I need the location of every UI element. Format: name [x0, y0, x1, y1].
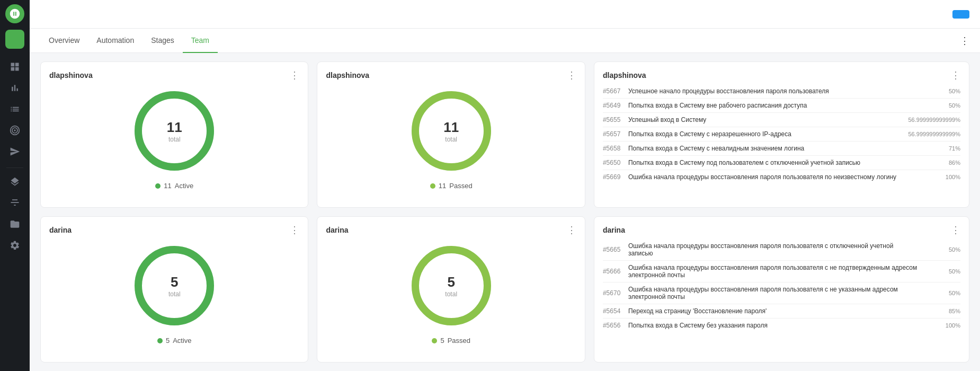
legend-count: 11: [164, 182, 171, 190]
list-item: #5670 Ошибка начала процедуры восстановл…: [603, 282, 960, 304]
list-item: #5655 Успешный вход в Систему 56.9999999…: [603, 113, 960, 127]
sidebar-icon-chart[interactable]: [5, 78, 24, 98]
donut-number: 11: [443, 119, 459, 136]
donut-center: 5 total: [168, 274, 181, 298]
list-item-text: Попытка входа в Систему вне рабочего рас…: [628, 102, 919, 109]
legend-count: 5: [166, 337, 170, 344]
donut-legend: 11 Passed: [430, 182, 473, 190]
sidebar-icon-folder[interactable]: [5, 215, 24, 234]
list-item-id: #5650: [603, 159, 624, 166]
card-menu-icon[interactable]: ⋮: [290, 225, 299, 235]
sidebar-icon-sliders[interactable]: [5, 193, 24, 213]
donut-sublabel: total: [445, 290, 457, 298]
card-darina-list: darina ⋮ #5665 Ошибка начала процедуры в…: [594, 216, 969, 363]
legend-count: 5: [440, 337, 444, 344]
donut-center: 11 total: [167, 119, 182, 143]
donut-container: 5 total 5 Passed: [326, 239, 576, 354]
list-item-pct: 56.999999999999%: [908, 117, 960, 123]
list-item: #5656 Попытка входа в Систему без указан…: [603, 319, 960, 332]
sidebar-icon-layers[interactable]: [5, 172, 24, 191]
list-item-pct: 50%: [923, 102, 960, 109]
legend-count: 11: [439, 182, 446, 190]
list-item-text: Ошибка начала процедуры восстановления п…: [628, 173, 919, 181]
list-item-id: #5654: [603, 307, 624, 315]
list-item: #5666 Ошибка начала процедуры восстановл…: [603, 261, 960, 282]
card-dlapshinova-list: dlapshinova ⋮ #5667 Успешное начало проц…: [594, 61, 969, 208]
list-item-pct: 56.999999999999%: [908, 131, 960, 137]
app-logo[interactable]: [5, 4, 24, 23]
card-menu-icon[interactable]: ⋮: [290, 70, 299, 80]
card-menu-icon[interactable]: ⋮: [951, 225, 960, 235]
donut-number: 11: [167, 119, 182, 136]
list-item-id: #5665: [603, 246, 624, 253]
legend-label: Active: [175, 182, 193, 190]
list-item-id: #5669: [603, 173, 624, 181]
list-item-text: Попытка входа в Систему с неразрешенного…: [628, 130, 904, 138]
sidebar-icon-dashboard[interactable]: [5, 57, 24, 76]
new-dashboard-button[interactable]: [952, 10, 969, 19]
topbar: [30, 0, 980, 29]
tab-overview[interactable]: Overview: [40, 29, 88, 53]
donut-container: 5 total 5 Active: [49, 239, 299, 354]
list-item-id: #5670: [603, 289, 624, 297]
list-item: #5650 Попытка входа в Систему под пользо…: [603, 156, 960, 170]
card-menu-icon[interactable]: ⋮: [567, 225, 576, 235]
main-area: Overview Automation Stages Team ⋮ dlapsh…: [30, 0, 980, 371]
list-item-text: Ошибка начала процедуры восстановления п…: [628, 286, 919, 301]
list-items: #5667 Успешное начало процедуры восстано…: [603, 84, 960, 199]
tab-stages[interactable]: Stages: [142, 29, 183, 53]
list-item-id: #5657: [603, 130, 624, 138]
list-item: #5654 Переход на страницу 'Восстановлени…: [603, 304, 960, 319]
list-item-id: #5667: [603, 87, 624, 95]
list-item: #5657 Попытка входа в Систему с неразреш…: [603, 127, 960, 142]
list-item-text: Ошибка начала процедуры восстановления п…: [628, 264, 919, 279]
card-title: dlapshinova: [603, 71, 646, 80]
list-item-pct: 100%: [923, 322, 960, 329]
card-menu-icon[interactable]: ⋮: [567, 70, 576, 80]
list-item-pct: 86%: [923, 160, 960, 166]
sidebar-icon-target[interactable]: [5, 121, 24, 140]
sidebar-icon-settings[interactable]: [5, 236, 24, 255]
donut-sublabel: total: [167, 136, 182, 143]
sidebar-icon-send[interactable]: [5, 142, 24, 161]
tabs-more-icon[interactable]: ⋮: [960, 35, 969, 47]
list-item-pct: 50%: [923, 290, 960, 296]
content-area: dlapshinova ⋮ 11 total 11 Active: [30, 53, 980, 371]
list-item-id: #5666: [603, 268, 624, 275]
list-item-text: Ошибка начала процедуры восстановления п…: [628, 242, 919, 257]
svg-point-2: [14, 129, 15, 131]
list-item-pct: 50%: [923, 246, 960, 253]
card-title: darina: [603, 226, 625, 234]
tab-automation[interactable]: Automation: [88, 29, 142, 53]
sidebar: [0, 0, 30, 371]
list-item-text: Переход на страницу 'Восстановление паро…: [628, 307, 919, 315]
tabs: Overview Automation Stages Team: [40, 29, 960, 53]
tab-team[interactable]: Team: [183, 29, 218, 53]
list-item: #5658 Попытка входа в Систему с невалидн…: [603, 142, 960, 156]
sidebar-divider: [6, 167, 23, 168]
project-badge[interactable]: [5, 30, 24, 49]
legend-dot: [430, 183, 435, 189]
list-item-id: #5656: [603, 322, 624, 329]
list-item: #5669 Ошибка начала процедуры восстановл…: [603, 170, 960, 184]
tabsbar: Overview Automation Stages Team ⋮: [30, 29, 980, 53]
list-item-pct: 50%: [923, 88, 960, 94]
donut-center: 11 total: [443, 119, 459, 143]
donut-center: 5 total: [445, 274, 457, 298]
list-items: #5665 Ошибка начала процедуры восстановл…: [603, 239, 960, 354]
card-menu-icon[interactable]: ⋮: [951, 70, 960, 80]
list-item-pct: 50%: [923, 268, 960, 275]
legend-label: Active: [173, 337, 191, 344]
list-item-pct: 100%: [923, 174, 960, 180]
list-item-id: #5658: [603, 145, 624, 152]
card-darina-passed: darina ⋮ 5 total 5 Passed: [317, 216, 585, 363]
donut-chart: 11 total: [409, 89, 494, 173]
sidebar-icon-list[interactable]: [5, 100, 24, 119]
list-item-pct: 71%: [923, 145, 960, 152]
list-item-pct: 85%: [923, 308, 960, 314]
card-darina-active: darina ⋮ 5 total 5 Active: [40, 216, 308, 363]
legend-dot: [432, 338, 437, 343]
card-title: darina: [326, 226, 348, 234]
legend-label: Passed: [449, 182, 472, 190]
legend-label: Passed: [448, 337, 470, 344]
